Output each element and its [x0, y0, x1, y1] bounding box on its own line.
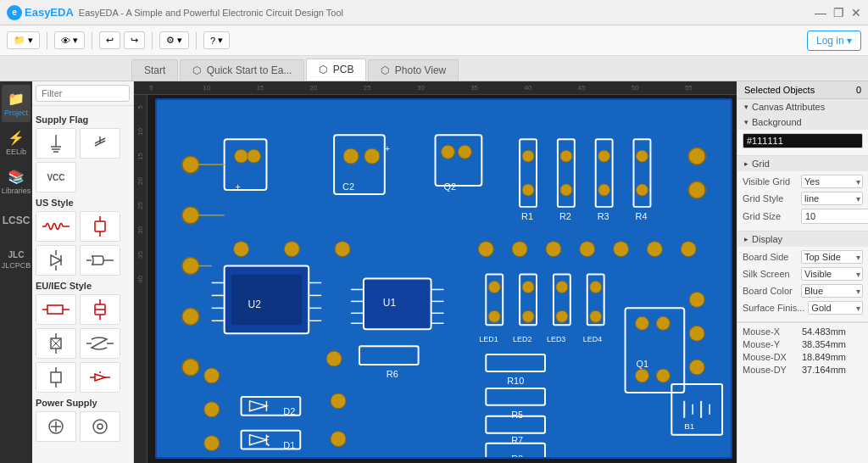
board-side-select[interactable]: Top Side Bottom Side	[801, 250, 863, 264]
visible-grid-select[interactable]: Yes No	[801, 175, 863, 188]
svg-point-160	[204, 368, 220, 383]
grid-arrow: ▸	[744, 159, 748, 168]
sidebar-item-libraries[interactable]: 📚 Libraries	[2, 163, 31, 200]
svg-text:LED3: LED3	[547, 335, 565, 343]
board-side-row: Board Side Top Side Bottom Side	[743, 250, 863, 264]
sidebar-item-lcsc[interactable]: LCSC LCSC	[2, 202, 31, 239]
svg-point-46	[235, 149, 248, 163]
ruler-mark: 50	[630, 84, 683, 92]
svg-text:+: +	[385, 143, 390, 153]
visible-grid-select-wrapper: Yes No	[801, 175, 863, 188]
background-section-title[interactable]: ▾ Background	[737, 114, 868, 130]
minimize-button[interactable]: —	[815, 6, 826, 20]
grid-style-select-wrapper: line dot	[801, 192, 863, 205]
login-button[interactable]: Log in ▾	[807, 31, 861, 51]
silk-screen-label: Silk Screen	[743, 269, 798, 279]
list-item[interactable]	[80, 328, 120, 359]
grid-section-title[interactable]: ▸ Grid	[737, 156, 868, 171]
grid-section: ▸ Grid Visible Grid Yes No Grid Style	[737, 156, 868, 232]
svg-text:R6: R6	[387, 369, 398, 379]
svg-point-97	[234, 242, 249, 257]
tab-start-label: Start	[144, 64, 165, 76]
sidebar-item-project[interactable]: 📁 Project	[2, 85, 31, 122]
selected-objects-header: Selected Objects 0	[737, 81, 868, 99]
tabbar: Start ⬡ Quick Start to Ea... ⬡ PCB ⬡ Pho…	[0, 56, 868, 81]
list-item[interactable]	[80, 362, 120, 393]
canvas-attributes-title[interactable]: ▾ Canvas Attributes	[737, 99, 868, 114]
svg-point-44	[182, 359, 199, 376]
settings-menu-button[interactable]: ⚙ ▾	[159, 31, 189, 49]
board-side-select-wrapper: Top Side Bottom Side	[801, 250, 863, 264]
grid-label: Grid	[752, 159, 770, 169]
list-item[interactable]	[80, 411, 120, 442]
list-item[interactable]	[80, 294, 120, 325]
svg-point-74	[688, 148, 705, 165]
list-item[interactable]	[80, 211, 120, 242]
svg-point-115	[522, 310, 534, 322]
svg-point-156	[331, 432, 346, 447]
svg-text:R5: R5	[511, 410, 523, 420]
ruler-mark: 40	[522, 84, 576, 92]
category-power-supply: Power Supply	[36, 398, 130, 408]
svg-point-68	[598, 184, 610, 196]
svg-text:C2: C2	[342, 181, 354, 192]
help-menu-button[interactable]: ? ▾	[203, 31, 230, 49]
display-section-title[interactable]: ▸ Display	[737, 232, 868, 247]
toolbar: 📁 ▾ 👁 ▾ ↩ ↪ ⚙ ▾ ? ▾ Log in ▾	[0, 25, 868, 56]
list-item[interactable]	[36, 211, 76, 242]
grid-size-input[interactable]	[801, 209, 868, 224]
view-menu-button[interactable]: 👁 ▾	[54, 31, 85, 49]
svg-rect-58	[520, 139, 537, 207]
sidebar-item-jlcpcb[interactable]: JLC JLCPCB	[2, 241, 31, 278]
svg-text:LED1: LED1	[479, 335, 498, 343]
window-controls[interactable]: — ❐ ✕	[815, 6, 861, 20]
file-menu-button[interactable]: 📁 ▾	[7, 31, 40, 49]
list-item[interactable]	[36, 328, 76, 359]
view-dropdown-icon: ▾	[73, 35, 78, 46]
list-item[interactable]	[80, 245, 120, 276]
canvas-area[interactable]: 5 10 15 20 25 30 35 40 45 50 55 5 10 15 …	[134, 81, 737, 463]
jlcpcb-icon: JLC	[8, 250, 25, 259]
list-item[interactable]	[36, 411, 76, 442]
surface-finish-select[interactable]: Gold Silver HASL	[808, 301, 863, 315]
main-area: 📁 Project ⚡ EELib 📚 Libraries LCSC LCSC …	[0, 81, 868, 463]
sidebar-item-eelib[interactable]: ⚡ EELib	[2, 124, 31, 161]
svg-point-106	[614, 242, 629, 257]
toolbar-separator-2	[92, 32, 92, 49]
svg-rect-70	[634, 139, 651, 207]
tab-quick-start[interactable]: ⬡ Quick Start to Ea...	[180, 59, 304, 81]
svg-point-158	[689, 326, 704, 341]
component-list: Supply Flag VCC US Style	[32, 106, 133, 463]
svg-point-114	[522, 281, 534, 293]
list-item[interactable]	[36, 294, 76, 325]
close-button[interactable]: ✕	[851, 6, 861, 20]
silk-screen-select[interactable]: Visible Hidden	[801, 267, 863, 281]
tab-photo-view[interactable]: ⬡ Photo View	[368, 59, 459, 81]
tab-pcb[interactable]: ⬡ PCB	[306, 59, 366, 81]
list-item[interactable]: VCC	[36, 162, 76, 192]
maximize-button[interactable]: ❐	[833, 6, 844, 20]
grid-style-label: Grid Style	[743, 193, 798, 204]
search-input[interactable]	[36, 85, 130, 102]
visible-grid-row: Visible Grid Yes No	[743, 175, 863, 188]
ruler-tick: 35	[136, 251, 144, 259]
list-item[interactable]	[36, 362, 76, 393]
list-item[interactable]	[36, 128, 76, 159]
background-color-value[interactable]: #111111	[743, 133, 863, 148]
project-icon: 📁	[8, 91, 25, 107]
list-item[interactable]	[36, 245, 76, 276]
display-body: Board Side Top Side Bottom Side Silk Scr…	[737, 247, 868, 321]
sidebar-item-eelib-label: EELib	[6, 148, 26, 156]
sidebar-item-libraries-label: Libraries	[2, 187, 31, 195]
board-color-select[interactable]: Blue Green Red Black	[801, 284, 863, 298]
svg-point-38	[93, 420, 107, 433]
list-item[interactable]	[80, 128, 120, 159]
tab-start[interactable]: Start	[131, 59, 178, 81]
grid-style-select[interactable]: line dot	[801, 192, 863, 205]
svg-point-72	[636, 184, 648, 196]
svg-text:Q1: Q1	[636, 359, 648, 369]
svg-text:U1: U1	[383, 297, 397, 309]
undo-button[interactable]: ↩	[99, 31, 120, 49]
redo-button[interactable]: ↪	[124, 31, 145, 49]
ruler-tick: 30	[136, 226, 144, 234]
